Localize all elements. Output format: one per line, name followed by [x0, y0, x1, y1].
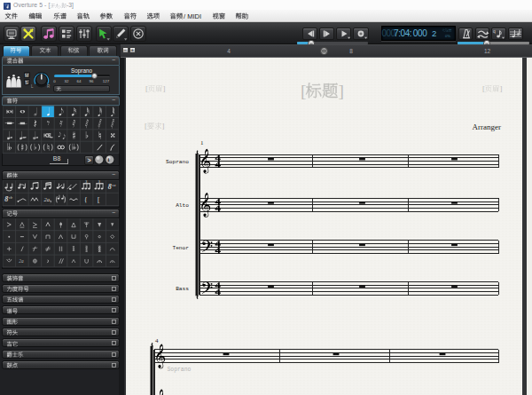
svg-text:q: q	[493, 28, 496, 34]
svg-text:Soprano: Soprano	[168, 367, 192, 373]
svg-text:Tenor: Tenor	[172, 245, 189, 251]
svg-text:va: va	[112, 183, 116, 187]
svg-text:8: 8	[4, 195, 8, 203]
svg-text:8: 8	[107, 183, 111, 191]
svg-text:[: [	[482, 84, 485, 93]
svg-text:]: ]	[163, 84, 166, 93]
svg-text:[: [	[145, 122, 147, 130]
svg-text:[: [	[145, 84, 148, 93]
svg-text:3: 3	[98, 180, 99, 184]
svg-text:Alto: Alto	[176, 202, 189, 209]
svg-text:4: 4	[155, 337, 159, 344]
svg-text:[: [	[97, 195, 99, 204]
svg-text:vb: vb	[8, 195, 12, 200]
svg-text:[: [	[301, 82, 306, 100]
svg-text:]: ]	[162, 122, 165, 130]
svg-text:Soprano: Soprano	[166, 159, 189, 165]
svg-text:Arranger: Arranger	[473, 122, 501, 131]
svg-text:3: 3	[85, 180, 87, 184]
svg-text:1: 1	[200, 139, 204, 146]
svg-text:Bass: Bass	[176, 286, 189, 292]
svg-text:2a: 2a	[19, 258, 24, 264]
svg-text:2a: 2a	[43, 196, 50, 202]
svg-text:{: {	[83, 195, 87, 204]
svg-text:]: ]	[339, 82, 344, 100]
svg-text:]: ]	[500, 84, 503, 93]
